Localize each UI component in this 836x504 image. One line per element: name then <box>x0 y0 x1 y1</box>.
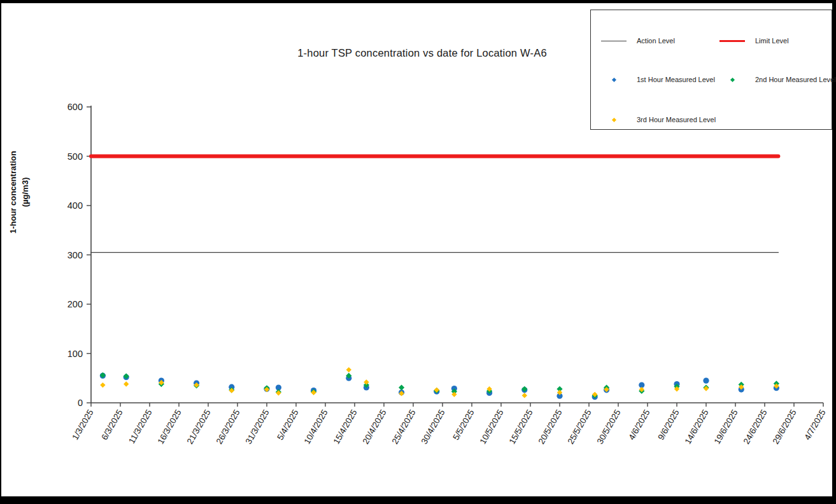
data-point-2 <box>399 384 404 390</box>
limit-level-line-icon <box>718 40 746 42</box>
y-axis-label: 1-hour concentration (µg/m3) <box>8 125 34 259</box>
x-tick-label: 16/3/2025 <box>156 408 183 446</box>
x-tick-label: 21/3/2025 <box>185 408 213 446</box>
x-tick-label: 4/7/2025 <box>802 408 827 442</box>
y-tick-label: 200 <box>67 299 83 309</box>
legend-entry-action-level: Action Level <box>600 36 675 45</box>
data-point-3 <box>124 381 129 386</box>
x-tick-label: 15/5/2025 <box>507 408 535 446</box>
legend-entry-1st-hour: 1st Hour Measured Level <box>600 75 715 84</box>
y-tick-label: 300 <box>67 250 83 260</box>
x-tick-label: 25/4/2025 <box>390 408 418 446</box>
y-tick-label: 500 <box>67 151 83 162</box>
legend-label: Limit Level <box>755 37 789 45</box>
legend-label: 1st Hour Measured Level <box>637 76 715 83</box>
x-tick-label: 29/6/2025 <box>771 408 798 446</box>
x-tick-label: 1/3/2025 <box>70 408 95 442</box>
chart-frame: 1-hour TSP concentration vs date for Loc… <box>0 0 836 504</box>
x-tick-label: 24/6/2025 <box>742 408 769 446</box>
legend-entry-limit-level: Limit Level <box>718 36 789 45</box>
y-axis-label-line2: (µg/m3) <box>20 125 32 259</box>
legend-label: Action Level <box>637 37 675 45</box>
legend-entry-2nd-hour: 2nd Hour Measured Level <box>718 75 836 84</box>
x-tick-label: 20/4/2025 <box>361 408 388 446</box>
second-hour-marker-icon <box>718 78 746 81</box>
x-tick-label: 11/3/2025 <box>127 408 154 445</box>
data-point-3 <box>346 367 351 372</box>
legend-entry-3rd-hour: 3rd Hour Measured Level <box>600 115 716 124</box>
data-point-1 <box>703 378 709 384</box>
y-tick-label: 400 <box>67 200 83 211</box>
x-tick-label: 9/6/2025 <box>656 408 681 442</box>
third-hour-marker-icon <box>600 118 628 122</box>
first-hour-marker-icon <box>600 78 628 81</box>
y-tick-label: 600 <box>67 102 83 112</box>
x-tick-label: 30/4/2025 <box>420 408 447 446</box>
x-tick-label: 25/5/2025 <box>566 408 593 446</box>
data-point-3 <box>522 393 527 398</box>
y-axis-label-line1: 1-hour concentration <box>8 125 20 259</box>
x-tick-label: 5/5/2025 <box>451 408 476 442</box>
data-point-3 <box>364 379 369 384</box>
data-point-3 <box>451 392 457 397</box>
y-tick-label: 100 <box>67 349 83 359</box>
x-tick-label: 5/4/2025 <box>275 408 300 442</box>
x-tick-label: 14/6/2025 <box>683 408 711 446</box>
legend-label: 3rd Hour Measured Level <box>637 116 716 123</box>
legend-box: Action Level Limit Level 1st Hour Measur… <box>590 10 832 130</box>
x-tick-label: 26/3/2025 <box>215 408 242 446</box>
x-tick-label: 4/6/2025 <box>627 408 651 442</box>
x-tick-label: 20/5/2025 <box>537 408 564 446</box>
x-tick-label: 19/6/2025 <box>712 408 740 446</box>
x-tick-label: 10/5/2025 <box>478 408 506 446</box>
x-tick-label: 6/3/2025 <box>99 408 124 442</box>
x-tick-label: 10/4/2025 <box>302 408 330 446</box>
x-tick-label: 31/3/2025 <box>244 408 271 446</box>
data-point-3 <box>100 382 105 388</box>
x-tick-label: 15/4/2025 <box>332 408 359 446</box>
action-level-line-icon <box>600 41 628 41</box>
x-tick-label: 30/5/2025 <box>595 408 623 446</box>
legend-label: 2nd Hour Measured Level <box>755 76 836 83</box>
y-tick-label: 0 <box>78 398 83 408</box>
